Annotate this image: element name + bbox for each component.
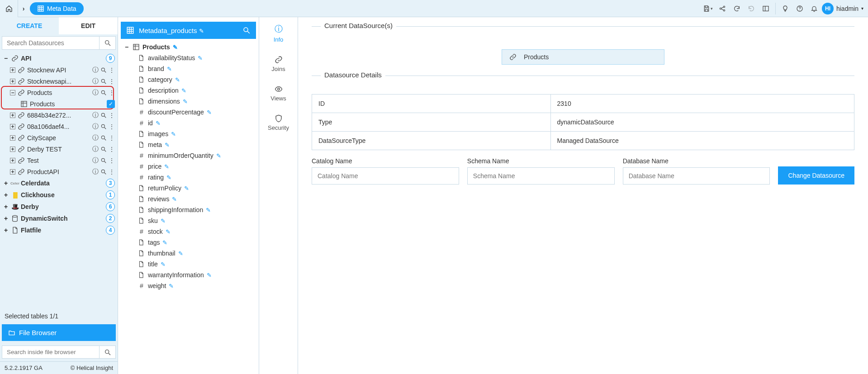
nav-joins[interactable]: Joins bbox=[259, 49, 298, 79]
edit-field-button[interactable]: ✎ bbox=[171, 131, 176, 137]
redo-button[interactable] bbox=[745, 0, 758, 17]
field-row[interactable]: tags ✎ bbox=[121, 237, 256, 248]
metadata-root-node[interactable]: − Products ✎ bbox=[121, 42, 256, 52]
more-icon[interactable]: ⋮ bbox=[109, 89, 115, 96]
more-icon[interactable]: ⋮ bbox=[109, 66, 115, 74]
collapse-icon[interactable]: − bbox=[123, 44, 130, 50]
info-icon[interactable]: ⓘ bbox=[92, 156, 99, 165]
toggle-icon[interactable]: + bbox=[10, 147, 15, 152]
info-icon[interactable]: ⓘ bbox=[92, 89, 99, 97]
panel-toggle-button[interactable] bbox=[759, 0, 773, 17]
field-row[interactable]: # id ✎ bbox=[121, 118, 256, 128]
database-input[interactable] bbox=[623, 167, 770, 185]
tree-node-api-child[interactable]: + Stocknewsapi... ⓘ ⋮ bbox=[0, 76, 118, 87]
tree-node-api-child[interactable]: + Test ⓘ ⋮ bbox=[0, 155, 118, 166]
expand-icon[interactable]: + bbox=[3, 227, 9, 233]
field-row[interactable]: # price ✎ bbox=[121, 161, 256, 172]
save-dropdown-button[interactable]: ▾ bbox=[701, 0, 715, 17]
edit-field-button[interactable]: ✎ bbox=[165, 142, 170, 148]
edit-title-button[interactable]: ✎ bbox=[199, 28, 204, 34]
search-icon[interactable] bbox=[100, 78, 107, 85]
info-icon[interactable]: ⓘ bbox=[92, 77, 99, 85]
collapse-icon[interactable]: − bbox=[3, 55, 9, 62]
field-row[interactable]: title ✎ bbox=[121, 259, 256, 270]
search-icon[interactable] bbox=[100, 169, 107, 175]
field-row[interactable]: # rating ✎ bbox=[121, 172, 256, 183]
more-icon[interactable]: ⋮ bbox=[109, 168, 115, 175]
edit-field-button[interactable]: ✎ bbox=[206, 207, 211, 213]
tab-edit[interactable]: EDIT bbox=[59, 17, 118, 34]
tree-node-api-child[interactable]: + CityScape ⓘ ⋮ bbox=[0, 132, 118, 143]
user-menu[interactable]: HI hiadmin ▾ bbox=[822, 3, 863, 14]
field-row[interactable]: warrantyInformation ✎ bbox=[121, 270, 256, 280]
more-icon[interactable]: ⋮ bbox=[109, 123, 115, 130]
edit-root-button[interactable]: ✎ bbox=[173, 44, 178, 51]
edit-field-button[interactable]: ✎ bbox=[166, 174, 171, 181]
edit-field-button[interactable]: ✎ bbox=[172, 196, 177, 203]
field-row[interactable]: # weight ✎ bbox=[121, 280, 256, 291]
tree-node-source[interactable]: + 🎩 Derby 6 bbox=[0, 201, 118, 213]
search-icon[interactable] bbox=[100, 123, 107, 130]
nav-views[interactable]: Views bbox=[259, 79, 298, 108]
expand-icon[interactable]: + bbox=[3, 180, 9, 186]
search-icon[interactable] bbox=[100, 112, 107, 118]
edit-field-button[interactable]: ✎ bbox=[161, 218, 166, 224]
toggle-icon[interactable]: + bbox=[10, 135, 15, 141]
info-icon[interactable]: ⓘ bbox=[92, 123, 99, 131]
tree-node-api-child[interactable]: + Derby TEST ⓘ ⋮ bbox=[0, 143, 118, 155]
field-row[interactable]: brand ✎ bbox=[121, 63, 256, 74]
catalog-input[interactable] bbox=[312, 167, 459, 185]
toggle-icon[interactable]: + bbox=[10, 124, 15, 129]
metadata-tree[interactable]: − Products ✎ availabilityStatus ✎ brand … bbox=[118, 42, 259, 374]
info-icon[interactable]: ⓘ bbox=[92, 66, 99, 74]
toggle-icon[interactable]: + bbox=[10, 79, 15, 84]
edit-field-button[interactable]: ✎ bbox=[207, 109, 212, 116]
toggle-icon[interactable]: + bbox=[10, 158, 15, 163]
search-icon[interactable] bbox=[100, 67, 107, 73]
selected-checkbox[interactable]: ✓ bbox=[107, 100, 115, 108]
search-icon[interactable] bbox=[100, 146, 107, 152]
edit-field-button[interactable]: ✎ bbox=[162, 239, 167, 246]
toggle-icon[interactable]: + bbox=[10, 67, 15, 73]
tab-create[interactable]: CREATE bbox=[0, 17, 59, 34]
search-icon[interactable] bbox=[100, 90, 107, 96]
more-icon[interactable]: ⋮ bbox=[109, 78, 115, 85]
field-row[interactable]: category ✎ bbox=[121, 74, 256, 85]
tree-node-source[interactable]: + Flatfile 4 bbox=[0, 224, 118, 236]
edit-field-button[interactable]: ✎ bbox=[175, 76, 180, 83]
tree-node-api-child[interactable]: + 08a106daef4... ⓘ ⋮ bbox=[0, 121, 118, 132]
help-button[interactable] bbox=[793, 0, 806, 17]
info-icon[interactable]: ⓘ bbox=[92, 168, 99, 176]
edit-field-button[interactable]: ✎ bbox=[181, 87, 186, 94]
page-tab-metadata[interactable]: Meta Data bbox=[30, 2, 84, 15]
edit-field-button[interactable]: ✎ bbox=[216, 152, 221, 159]
more-icon[interactable]: ⋮ bbox=[109, 134, 115, 142]
file-browser-search-input[interactable] bbox=[2, 346, 100, 359]
home-button[interactable] bbox=[0, 0, 18, 17]
more-icon[interactable]: ⋮ bbox=[109, 112, 115, 119]
expand-icon[interactable]: + bbox=[3, 215, 9, 222]
field-row[interactable]: # discountPercentage ✎ bbox=[121, 107, 256, 118]
change-datasource-button[interactable]: Change Datasource bbox=[778, 166, 854, 185]
datasource-chip[interactable]: Products bbox=[502, 49, 664, 65]
field-row[interactable]: thumbnail ✎ bbox=[121, 248, 256, 259]
tree-node-table[interactable]: Products ✓ bbox=[0, 98, 118, 109]
toggle-icon[interactable]: + bbox=[10, 113, 15, 118]
field-row[interactable]: meta ✎ bbox=[121, 139, 256, 150]
datasource-tree[interactable]: − API 9 + Stocknew API ⓘ ⋮ + Stocknewsap… bbox=[0, 52, 118, 310]
field-row[interactable]: sku ✎ bbox=[121, 215, 256, 226]
share-button[interactable] bbox=[716, 0, 729, 17]
edit-field-button[interactable]: ✎ bbox=[156, 120, 161, 127]
edit-field-button[interactable]: ✎ bbox=[164, 163, 169, 170]
edit-field-button[interactable]: ✎ bbox=[183, 98, 188, 105]
edit-field-button[interactable]: ✎ bbox=[169, 283, 174, 289]
expand-icon[interactable]: + bbox=[3, 204, 9, 210]
edit-field-button[interactable]: ✎ bbox=[161, 261, 166, 268]
tree-node-api-child[interactable]: − Products ⓘ ⋮ bbox=[0, 87, 118, 98]
edit-field-button[interactable]: ✎ bbox=[207, 272, 212, 279]
edit-field-button[interactable]: ✎ bbox=[184, 185, 189, 192]
tree-node-api-child[interactable]: + Stocknew API ⓘ ⋮ bbox=[0, 64, 118, 76]
field-row[interactable]: availabilityStatus ✎ bbox=[121, 52, 256, 63]
search-datasources-input[interactable] bbox=[2, 36, 100, 50]
search-datasources-button[interactable] bbox=[100, 36, 116, 50]
